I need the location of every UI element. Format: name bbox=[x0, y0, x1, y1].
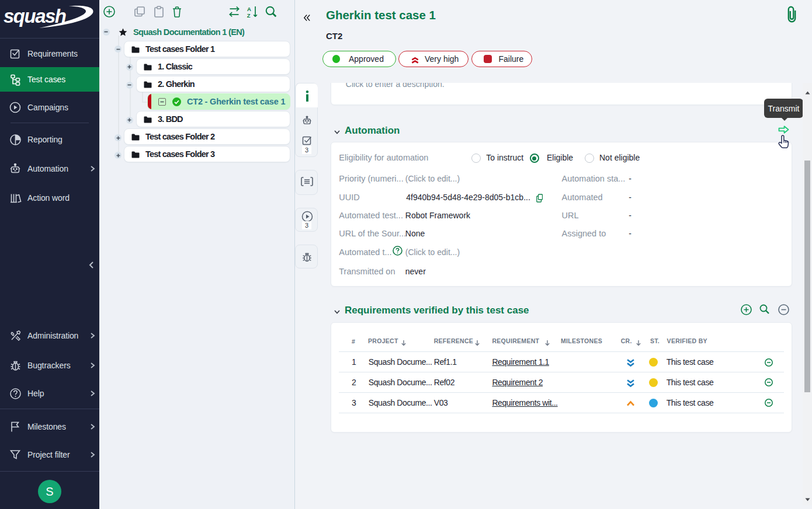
svg-text:A: A bbox=[247, 6, 251, 12]
svg-text:squash: squash bbox=[4, 5, 66, 27]
svg-text:Z: Z bbox=[247, 12, 251, 19]
